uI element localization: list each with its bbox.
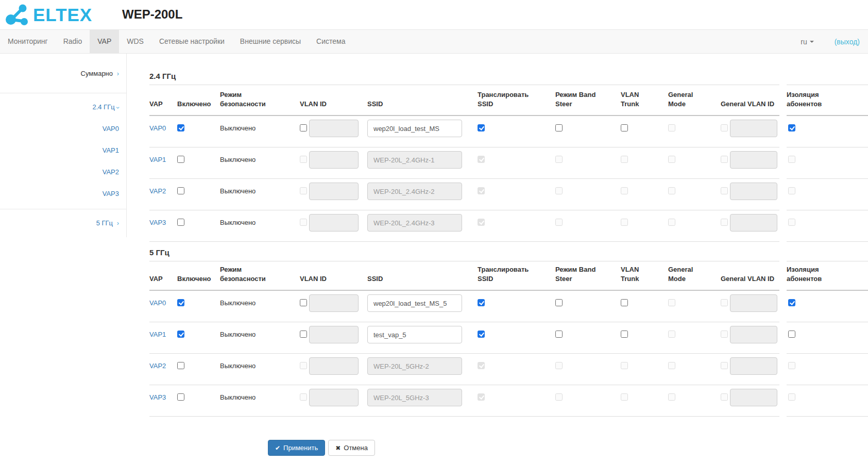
ssid-input[interactable] (367, 120, 462, 137)
column-header-label: Транслировать SSID (478, 90, 540, 109)
logout-link[interactable]: (выход) (835, 38, 860, 46)
isolation-checkbox[interactable] (788, 299, 795, 306)
enabled-checkbox[interactable] (177, 187, 184, 194)
general-vlan-id-cell (721, 291, 779, 322)
column-gap (779, 116, 787, 147)
language-selector[interactable]: ru (801, 38, 813, 46)
nav-tab-2[interactable]: VAP (90, 30, 119, 53)
vlan-id-checkbox[interactable] (300, 299, 307, 306)
security-mode-value: Выключено (220, 219, 256, 226)
vap-link[interactable]: VAP0 (149, 299, 166, 307)
enabled-checkbox[interactable] (177, 156, 184, 163)
nav-right: ru (выход) (801, 30, 868, 53)
enabled-checkbox[interactable] (177, 219, 184, 226)
broadcast-ssid-checkbox[interactable] (478, 124, 485, 131)
caret-down-icon (810, 41, 814, 43)
vlan-id-input (309, 294, 359, 312)
broadcast-ssid-checkbox[interactable] (478, 331, 485, 338)
general-vlan-id-input (730, 357, 777, 375)
column-gap (779, 147, 787, 179)
vlan-id-checkbox[interactable] (300, 331, 307, 338)
ssid-cell (367, 322, 478, 354)
vap-link[interactable]: VAP3 (149, 219, 166, 226)
isolation-checkbox (788, 156, 795, 163)
nav-tab-0[interactable]: Мониторинг (0, 30, 56, 53)
sidebar-group-24ghz: 2.4 ГГц›VAP0VAP1VAP2VAP3 (0, 93, 126, 209)
cancel-button-label: Отмена (344, 444, 368, 452)
column-header-label: Транслировать SSID (478, 265, 540, 284)
security-mode-value: Выключено (220, 124, 256, 132)
security-mode-value: Выключено (220, 187, 256, 195)
ssid-input (367, 183, 462, 200)
vlan-id-checkbox[interactable] (300, 124, 307, 131)
vlan-trunk-checkbox[interactable] (621, 331, 628, 338)
column-gap (779, 242, 787, 261)
band-steer-checkbox[interactable] (555, 124, 563, 131)
ssid-input (367, 151, 462, 169)
nav-tab-3[interactable]: WDS (119, 30, 151, 53)
vlan-trunk-cell (621, 322, 668, 354)
enabled-checkbox[interactable] (177, 393, 184, 401)
vlan-id-cell (300, 179, 367, 210)
sidebar-item-24ghz-vap0[interactable]: VAP0 (0, 118, 119, 140)
band-steer-checkbox (555, 219, 563, 226)
column-header-label: General Mode (668, 265, 700, 284)
general-mode-checkbox (668, 156, 675, 163)
enabled-checkbox[interactable] (177, 124, 184, 131)
table-row-vap-cell: VAP0 (149, 116, 177, 147)
sidebar-item-24ghz[interactable]: 2.4 ГГц› (0, 96, 119, 118)
general-mode-cell (668, 354, 721, 385)
band-steer-cell (555, 322, 621, 354)
vap-link[interactable]: VAP2 (149, 187, 166, 195)
vap-link[interactable]: VAP3 (149, 393, 166, 401)
column-header-label: VLAN Trunk (621, 90, 644, 109)
vap-tables: 2.4 ГГцVAPВключеноРежим безопасностиVLAN… (149, 54, 868, 417)
enabled-cell (177, 291, 220, 322)
band-steer-checkbox[interactable] (555, 331, 563, 338)
column-header: Режим Band Steer (555, 85, 621, 116)
nav-tab-6[interactable]: Система (309, 30, 353, 53)
section-title: 2.4 ГГц (149, 72, 176, 80)
isolation-checkbox[interactable] (788, 331, 795, 338)
ssid-input[interactable] (367, 294, 462, 312)
sidebar-item-24ghz-vap1[interactable]: VAP1 (0, 140, 119, 161)
broadcast-ssid-checkbox[interactable] (478, 299, 485, 306)
broadcast-ssid-checkbox (478, 156, 485, 163)
enabled-checkbox[interactable] (177, 362, 184, 369)
isolation-cell (787, 179, 868, 210)
enabled-checkbox[interactable] (177, 299, 184, 306)
sidebar-item-24ghz-vap3[interactable]: VAP3 (0, 183, 119, 205)
nav-tab-5[interactable]: Внешние сервисы (232, 30, 309, 53)
column-header: VLAN Trunk (621, 85, 668, 116)
nav-tab-1[interactable]: Radio (56, 30, 90, 53)
column-header: VAP (149, 261, 177, 291)
ssid-input[interactable] (367, 326, 462, 343)
isolation-cell (787, 116, 868, 147)
section-title: 5 ГГц (149, 248, 169, 257)
enabled-checkbox[interactable] (177, 331, 184, 338)
general-mode-checkbox (668, 219, 675, 226)
column-header: General Mode (668, 85, 721, 116)
sidebar-item-24ghz-vap2[interactable]: VAP2 (0, 161, 119, 183)
isolation-checkbox[interactable] (788, 124, 795, 131)
broadcast-ssid-cell (478, 354, 555, 385)
general-vlan-id-checkbox (721, 299, 728, 306)
vap-link[interactable]: VAP1 (149, 331, 166, 338)
apply-button[interactable]: ✔ Применить (268, 440, 325, 456)
column-gap (779, 85, 787, 116)
sidebar-item-summary[interactable]: Суммарно › (81, 70, 119, 77)
broadcast-ssid-checkbox (478, 219, 485, 226)
vlan-trunk-cell (621, 385, 668, 417)
nav-tab-4[interactable]: Сетевые настройки (151, 30, 232, 53)
vap-link[interactable]: VAP0 (149, 124, 166, 132)
vlan-id-checkbox (300, 362, 307, 369)
vlan-id-cell (300, 210, 367, 242)
sidebar-item-5ghz[interactable]: 5 ГГц › (0, 209, 119, 237)
column-header-label: General Mode (668, 90, 700, 109)
cancel-button[interactable]: ✖ Отмена (328, 440, 375, 456)
vap-link[interactable]: VAP1 (149, 156, 166, 163)
vlan-trunk-checkbox[interactable] (621, 124, 628, 131)
vap-link[interactable]: VAP2 (149, 362, 166, 370)
vlan-trunk-checkbox[interactable] (621, 299, 628, 306)
band-steer-checkbox[interactable] (555, 299, 563, 306)
